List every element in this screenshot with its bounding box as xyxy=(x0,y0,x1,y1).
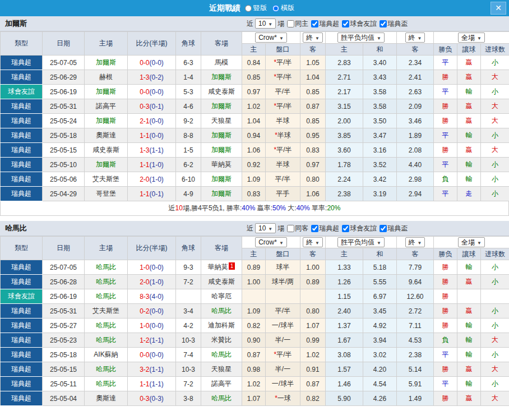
league-badge: 球會友誼 xyxy=(1,289,43,304)
result-goals: 小 xyxy=(481,260,509,275)
final-odds-select-2[interactable]: 終▼ xyxy=(405,237,425,247)
league-badge: 瑞典超 xyxy=(1,260,43,275)
away-team: 迪加科斯 xyxy=(201,319,242,333)
chevron-down-icon: ▼ xyxy=(279,241,284,246)
halftime-score: (1-0) xyxy=(150,161,164,169)
odds-home: 0.90 xyxy=(242,333,266,348)
match-date: 25-05-15 xyxy=(43,362,85,377)
match-date: 25-05-10 xyxy=(43,158,85,172)
home-team: 加爾斯 xyxy=(85,85,128,99)
col-handicap-result: 讓球 xyxy=(457,248,481,260)
result-handicap: 贏 xyxy=(457,304,481,319)
result-handicap: 輸 xyxy=(457,128,481,143)
league-checkbox[interactable] xyxy=(342,225,349,232)
league-checkbox[interactable] xyxy=(380,20,387,27)
fulltime-score: 3-2 xyxy=(140,366,149,373)
result-handicap: 輸 xyxy=(457,85,481,99)
odds-handicap xyxy=(266,289,300,304)
vertical-radio[interactable] xyxy=(245,5,252,12)
league-filter-cup-2[interactable]: 瑞典盃 xyxy=(378,224,408,233)
odds-away: 1.05 xyxy=(300,56,326,70)
result-outcome: 平 xyxy=(434,56,457,70)
avg-draw: 3.94 xyxy=(363,333,397,348)
avg-draw: 3.19 xyxy=(363,187,397,201)
corner-count: 6-3 xyxy=(176,56,201,70)
league-filter-cup-1[interactable]: 瑞典盃 xyxy=(378,19,408,29)
avg-away: 7.11 xyxy=(397,319,434,333)
halftime-score: (0-2) xyxy=(150,73,164,81)
final-odds-select-2[interactable]: 終▼ xyxy=(405,33,425,43)
col-avg-draw: 和 xyxy=(363,248,397,260)
avg-draw: 3.52 xyxy=(363,158,397,172)
avg-draw: 4.92 xyxy=(363,319,397,333)
odds-company-select[interactable]: Crow*▼ xyxy=(255,237,287,247)
same-venue-checkbox-1[interactable] xyxy=(287,20,294,27)
fulltime-score: 0-0 xyxy=(140,351,149,359)
fulltime-score: 2-0 xyxy=(140,176,149,183)
odds-handicap: 半球 xyxy=(266,158,300,172)
home-team: 哈馬比 xyxy=(85,377,128,391)
same-venue-checkbox-2[interactable] xyxy=(287,225,294,232)
league-badge: 瑞典超 xyxy=(1,114,43,128)
result-outcome: 勝 xyxy=(434,304,457,319)
fulltime-score: 1-1 xyxy=(140,132,149,140)
avg-draw: 3.50 xyxy=(363,114,397,128)
fulltime-score: 0-2 xyxy=(140,307,149,315)
avg-odds-select[interactable]: 胜平负均值▼ xyxy=(337,237,385,247)
col-odds-away: 客 xyxy=(300,248,326,260)
avg-draw: 4.26 xyxy=(363,391,397,406)
final-odds-select-1[interactable]: 終▼ xyxy=(303,237,323,247)
score: 3-2(1-1) xyxy=(128,362,176,377)
home-team: 加爾斯 xyxy=(85,56,128,70)
odds-away: 1.02 xyxy=(300,348,326,362)
result-goals: 小 xyxy=(481,56,509,70)
league-badge: 瑞典超 xyxy=(1,56,43,70)
scope-select[interactable]: 全場▼ xyxy=(458,237,485,247)
horizontal-radio[interactable] xyxy=(272,5,279,12)
fulltime-score: 1-0 xyxy=(140,264,149,271)
league-badge: 瑞典超 xyxy=(1,275,43,289)
corner-count: 8-8 xyxy=(176,128,201,143)
home-team: 哥登堡 xyxy=(85,187,128,201)
league-checkbox[interactable] xyxy=(311,20,318,27)
result-goals: 小 xyxy=(481,128,509,143)
avg-odds-select[interactable]: 胜平负均值▼ xyxy=(337,33,385,43)
odds-home: 0.82 xyxy=(242,319,266,333)
result-handicap xyxy=(457,289,481,304)
avg-away: 7.79 xyxy=(397,260,434,275)
league-badge: 瑞典超 xyxy=(1,187,43,201)
league-checkbox[interactable] xyxy=(311,225,318,232)
same-venue-option-1[interactable]: 同主 xyxy=(286,19,308,29)
league-filter-friendly-2[interactable]: 球會友誼 xyxy=(341,224,377,233)
odds-handicap: 平/半 xyxy=(266,304,300,319)
odds-handicap: 球半 xyxy=(266,260,300,275)
col-avg-draw: 和 xyxy=(363,44,397,56)
league-filter-allsvenskan-1[interactable]: 瑞典超 xyxy=(310,19,339,29)
halftime-score: (1-1) xyxy=(150,366,164,373)
match-row: 瑞典超 25-05-15 咸史泰斯 1-3(1-1) 1-5 加爾斯 1.06 … xyxy=(1,143,509,158)
league-badge: 球會友誼 xyxy=(1,85,43,99)
odds-handicap: *平/半 xyxy=(266,99,300,114)
odds-company-select[interactable]: Crow*▼ xyxy=(255,33,287,43)
same-venue-option-2[interactable]: 同客 xyxy=(286,224,308,233)
odds-home: 1.02 xyxy=(242,377,266,391)
final-odds-select-1[interactable]: 終▼ xyxy=(303,33,323,43)
scope-select[interactable]: 全場▼ xyxy=(458,33,485,43)
odds-away: 0.87 xyxy=(300,99,326,114)
league-filter-allsvenskan-2[interactable]: 瑞典超 xyxy=(310,224,339,233)
result-outcome: 勝 xyxy=(434,391,457,406)
chevron-down-icon: ▼ xyxy=(418,36,422,41)
match-count-select-1[interactable]: 10▼ xyxy=(255,19,276,29)
close-button[interactable]: ✕ xyxy=(491,2,506,15)
league-filter-friendly-1[interactable]: 球會友誼 xyxy=(341,19,377,29)
odds-away: 0.85 xyxy=(300,114,326,128)
odds-handicap: 一/球半 xyxy=(266,319,300,333)
layout-horizontal-option[interactable]: 橫版 xyxy=(272,3,294,13)
corner-count: 4-2 xyxy=(176,319,201,333)
match-count-select-2[interactable]: 10▼ xyxy=(255,223,276,233)
layout-vertical-option[interactable]: 豎版 xyxy=(245,3,267,13)
league-checkbox[interactable] xyxy=(380,225,387,232)
result-goals: 小 xyxy=(481,304,509,319)
league-checkbox[interactable] xyxy=(342,20,349,27)
avg-home: 1.15 xyxy=(326,289,363,304)
